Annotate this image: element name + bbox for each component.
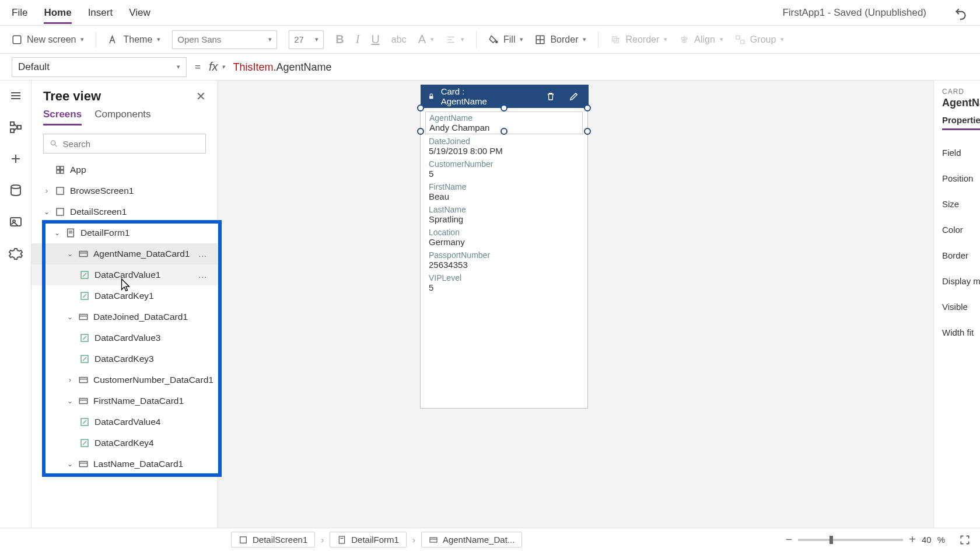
- tree-node-agentname-card[interactable]: ⌄ AgentName_DataCard1 …: [32, 243, 218, 264]
- form-field[interactable]: VIPLevel5: [429, 273, 579, 292]
- border-button[interactable]: Border▾: [535, 34, 586, 45]
- property-row[interactable]: Field: [942, 140, 980, 165]
- group-button[interactable]: Group▾: [735, 34, 784, 45]
- underline-button[interactable]: U: [371, 33, 379, 46]
- card-name: AgentNam: [942, 97, 980, 109]
- tree-view-icon[interactable]: [9, 120, 23, 134]
- menu-file[interactable]: File: [12, 7, 27, 19]
- breadcrumb-screen[interactable]: DetailScreen1: [231, 532, 315, 547]
- bold-button[interactable]: B: [335, 33, 344, 46]
- menu-view[interactable]: View: [129, 7, 150, 19]
- svg-rect-26: [10, 218, 21, 226]
- property-row[interactable]: Color: [942, 217, 980, 242]
- media-icon[interactable]: [9, 215, 23, 229]
- canvas[interactable]: Card : AgentName AgentNameAndy ChampanDa…: [218, 81, 933, 528]
- delete-icon[interactable]: [545, 91, 556, 102]
- svg-rect-43: [79, 315, 88, 320]
- text-align-button[interactable]: ▾: [446, 34, 464, 45]
- form-field[interactable]: LocationGermany: [429, 228, 579, 247]
- menu-insert[interactable]: Insert: [88, 7, 113, 19]
- form-field[interactable]: LastNameSpratling: [429, 205, 579, 224]
- tab-components[interactable]: Components: [94, 109, 150, 125]
- form-field[interactable]: AgentNameAndy Champan: [425, 111, 583, 134]
- chevron-down-icon: ▾: [157, 36, 160, 43]
- fullscreen-icon[interactable]: [959, 534, 971, 546]
- fill-button[interactable]: Fill▾: [488, 34, 523, 45]
- card-type-label: CARD: [942, 88, 980, 96]
- insert-icon[interactable]: [9, 152, 23, 166]
- more-icon[interactable]: …: [198, 249, 209, 259]
- tree-node-datacardvalue1[interactable]: DataCardValue1 …: [32, 264, 218, 285]
- screen-icon: [55, 207, 65, 217]
- new-screen-button[interactable]: New screen ▾: [12, 34, 84, 45]
- property-row[interactable]: Display mo: [942, 268, 980, 294]
- tree-node-datacardkey3[interactable]: DataCardKey3: [32, 348, 218, 369]
- field-label: VIPLevel: [429, 273, 579, 283]
- tree-node-datacardvalue3[interactable]: DataCardValue3: [32, 327, 218, 348]
- field-value: Spratling: [429, 214, 579, 224]
- formula-input[interactable]: ThisItem.AgentName: [233, 61, 332, 74]
- tree-node-datejoined-card[interactable]: ⌄ DateJoined_DataCard1: [32, 306, 218, 327]
- svg-line-29: [55, 145, 57, 147]
- lock-icon: [428, 92, 435, 100]
- form-preview[interactable]: Card : AgentName AgentNameAndy ChampanDa…: [420, 107, 588, 409]
- card-icon: [429, 535, 438, 545]
- svg-rect-57: [340, 536, 345, 543]
- reorder-button[interactable]: Reorder▾: [610, 34, 667, 45]
- breadcrumb-form[interactable]: DetailForm1: [330, 532, 407, 547]
- field-value: 5: [429, 169, 579, 179]
- tree-node-datacardkey1[interactable]: DataCardKey1: [32, 285, 218, 306]
- edit-icon[interactable]: [569, 91, 579, 102]
- zoom-in-button[interactable]: +: [909, 533, 916, 546]
- close-icon[interactable]: ✕: [196, 89, 206, 103]
- property-row[interactable]: Size: [942, 191, 980, 217]
- property-row[interactable]: Position: [942, 165, 980, 191]
- advanced-icon[interactable]: [9, 246, 23, 260]
- data-icon[interactable]: [9, 183, 23, 197]
- tree-node-customernumber-card[interactable]: › CustomerNumber_DataCard1: [32, 369, 218, 390]
- field-value: 5/19/2019 8:00 PM: [429, 146, 579, 156]
- tree-node-datacardvalue4[interactable]: DataCardValue4: [32, 411, 218, 433]
- fx-icon[interactable]: fx▾: [209, 60, 225, 74]
- italic-button[interactable]: I: [356, 33, 360, 46]
- tree-node-datacardkey4[interactable]: DataCardKey4: [32, 433, 218, 454]
- property-row[interactable]: Visible: [942, 294, 980, 319]
- font-size-select[interactable]: 27▾: [289, 30, 324, 49]
- align-button[interactable]: Align▾: [679, 34, 723, 45]
- form-icon: [337, 535, 346, 545]
- menu-home[interactable]: Home: [44, 7, 71, 24]
- theme-button[interactable]: Theme ▾: [108, 34, 160, 45]
- form-field[interactable]: FirstNameBeau: [429, 182, 579, 201]
- properties-tab[interactable]: Properties: [942, 115, 980, 130]
- hamburger-icon[interactable]: [9, 89, 23, 103]
- tree-node-firstname-card[interactable]: ⌄ FirstName_DataCard1: [32, 390, 218, 411]
- breadcrumb-card[interactable]: AgentName_Dat...: [421, 532, 522, 547]
- search-input[interactable]: [43, 134, 206, 154]
- strikethrough-button[interactable]: abc: [391, 34, 407, 45]
- card-selection-header[interactable]: Card : AgentName: [421, 85, 513, 108]
- form-icon: [65, 228, 76, 238]
- field-label: CustomerNumber: [429, 159, 579, 169]
- form-field[interactable]: PassportNumber25634353: [429, 250, 579, 270]
- undo-icon[interactable]: [953, 5, 968, 20]
- zoom-slider[interactable]: [798, 539, 903, 541]
- label-icon: [79, 417, 90, 427]
- tree-view-title: Tree view: [43, 89, 101, 104]
- tree-node-browse-screen[interactable]: › BrowseScreen1: [32, 180, 218, 201]
- property-row[interactable]: Width fit: [942, 319, 980, 345]
- property-row[interactable]: Border: [942, 242, 980, 268]
- font-select[interactable]: Open Sans▾: [172, 30, 277, 49]
- tree-node-detail-screen[interactable]: ⌄ DetailScreen1: [32, 201, 218, 222]
- zoom-out-button[interactable]: −: [786, 533, 793, 546]
- more-icon[interactable]: …: [198, 270, 209, 280]
- form-field[interactable]: DateJoined5/19/2019 8:00 PM: [429, 137, 579, 156]
- tab-screens[interactable]: Screens: [43, 109, 82, 125]
- font-color-button[interactable]: A▾: [418, 33, 434, 46]
- field-value: Beau: [429, 191, 579, 201]
- form-field[interactable]: CustomerNumber5: [429, 159, 579, 179]
- tree-node-app[interactable]: App: [32, 159, 218, 180]
- svg-rect-59: [430, 538, 437, 542]
- property-select[interactable]: Default▾: [12, 57, 187, 77]
- tree-node-detail-form[interactable]: ⌄ DetailForm1: [32, 222, 218, 243]
- tree-node-lastname-card[interactable]: ⌄ LastName_DataCard1: [32, 454, 218, 475]
